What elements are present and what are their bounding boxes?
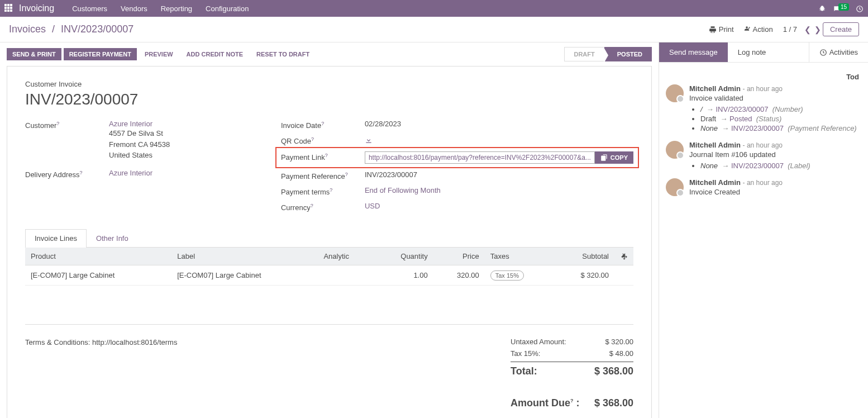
activities-tab[interactable]: Activities [809,42,868,62]
tax-label: Tax 15%: [511,349,540,358]
msg-author[interactable]: Mitchell Admin [689,141,741,149]
table-row[interactable]: [E-COM07] Large Cabinet [E-COM07] Large … [25,265,633,286]
form-sheet: Customer Invoice INV/2023/00007 Customer… [7,66,652,418]
th-label[interactable]: Label [171,248,318,265]
delivery-link[interactable]: Azure Interior [109,169,152,177]
tax-value: $ 48.00 [609,349,633,358]
chat-message: Mitchell Admin - an hour ago Journal Ite… [666,141,861,170]
send-message-tab[interactable]: Send message [659,42,728,62]
customer-link[interactable]: Azure Interior [109,120,152,128]
label-delivery: Delivery Address? [25,169,109,179]
tab-invoice-lines[interactable]: Invoice Lines [25,229,87,248]
due-value: $ 368.00 [594,397,633,409]
untaxed-label: Untaxed Amount: [511,338,566,346]
customer-address: 4557 De Silva St Fremont CA 94538 United… [109,128,259,161]
pager-prev-icon[interactable]: ❮ [804,25,811,34]
total-label: Total: [511,365,537,377]
status-bar: DRAFT POSTED [564,47,652,61]
action-button[interactable]: Action [743,25,773,34]
register-payment-button[interactable]: REGISTER PAYMENT [64,48,137,60]
cell-analytic [318,265,374,286]
avatar[interactable] [666,84,684,102]
invoice-title: INV/2023/00007 [25,91,633,108]
empty-lines-area [25,286,633,325]
pager-counter: 1 / 7 [783,25,797,34]
value-invoice-date: 02/28/2023 [365,120,633,128]
th-quantity[interactable]: Quantity [374,248,433,265]
send-print-button[interactable]: SEND & PRINT [7,48,61,60]
due-label: Amount Due? : [511,397,580,409]
tab-other-info[interactable]: Other Info [87,229,138,247]
bug-icon[interactable] [818,4,826,13]
totals-box: Untaxed Amount:$ 320.00 Tax 15%:$ 48.00 … [511,336,633,411]
nav-configuration[interactable]: Configuration [199,4,255,13]
th-taxes[interactable]: Taxes [485,248,554,265]
untaxed-value: $ 320.00 [605,338,633,346]
print-button[interactable]: Print [709,25,734,34]
download-icon[interactable] [365,135,373,144]
control-bar: Invoices / INV/2023/00007 Print Action 1… [0,17,868,42]
add-credit-note-button[interactable]: ADD CREDIT NOTE [181,48,249,60]
th-analytic[interactable]: Analytic [318,248,374,265]
avatar[interactable] [666,178,684,196]
preview-button[interactable]: PREVIEW [139,48,179,60]
th-product[interactable]: Product [25,248,171,265]
section-label: Customer Invoice [25,80,633,88]
th-price[interactable]: Price [433,248,485,265]
terms-text: Terms & Conditions: http://localhost:801… [25,336,511,411]
cell-taxes: Tax 15% [485,265,554,286]
msg-text: Invoice Created [689,188,861,196]
currency-link[interactable]: USD [365,202,380,210]
button-bar: SEND & PRINT REGISTER PAYMENT PREVIEW AD… [0,42,659,66]
total-value: $ 368.00 [594,365,633,377]
chat-day-label: Tod [666,69,861,84]
pager-next-icon[interactable]: ❯ [814,25,821,34]
breadcrumb: Invoices / INV/2023/00007 [9,23,133,35]
reset-draft-button[interactable]: RESET TO DRAFT [251,48,315,60]
chat-icon[interactable]: 15 [833,4,849,13]
cell-subtotal: $ 320.00 [554,265,614,286]
chatter-panel: Send message Log note Activities Tod Mit… [659,42,868,418]
copy-button[interactable]: COPY [595,151,633,164]
log-note-tab[interactable]: Log note [728,42,776,62]
payment-link-input[interactable]: http://localhost:8016/payment/pay?refere… [365,151,595,164]
breadcrumb-current: INV/2023/00007 [61,23,133,35]
msg-time: - an hour ago [743,85,783,93]
label-payment-link: Payment Link? [281,151,365,162]
status-posted[interactable]: POSTED [604,47,652,61]
nav-reporting[interactable]: Reporting [154,4,199,13]
msg-text: Journal Item #106 updated [689,150,861,159]
chat-badge: 15 [838,3,849,11]
cell-label: [E-COM07] Large Cabinet [171,265,318,286]
th-subtotal[interactable]: Subtotal [554,248,614,265]
nav-customers[interactable]: Customers [65,4,114,13]
form-tabs: Invoice Lines Other Info [25,229,633,248]
breadcrumb-root[interactable]: Invoices [9,23,46,35]
cell-product: [E-COM07] Large Cabinet [25,265,171,286]
app-brand[interactable]: Invoicing [19,3,54,13]
top-nav: Invoicing Customers Vendors Reporting Co… [0,0,868,17]
label-customer: Customer? [25,120,109,130]
clock-icon[interactable] [856,4,864,13]
label-qr-code: QR Code? [281,135,365,145]
chat-message: Mitchell Admin - an hour ago Invoice Cre… [666,178,861,196]
apps-icon[interactable] [4,4,13,13]
payment-terms-link[interactable]: End of Following Month [365,186,441,194]
msg-time: - an hour ago [743,141,783,149]
invoice-lines-table: Product Label Analytic Quantity Price Ta… [25,248,633,286]
cell-price: 320.00 [433,265,485,286]
msg-author[interactable]: Mitchell Admin [689,84,741,93]
nav-vendors[interactable]: Vendors [114,4,154,13]
label-payment-terms: Payment terms? [281,186,365,196]
payment-link-highlight: Payment Link? http://localhost:8016/paym… [275,147,639,168]
value-payment-ref: INV/2023/00007 [365,170,633,179]
label-invoice-date: Invoice Date? [281,120,365,130]
cell-quantity: 1.00 [374,265,433,286]
avatar[interactable] [666,141,684,159]
msg-time: - an hour ago [743,179,783,187]
chat-message: Mitchell Admin - an hour ago Invoice val… [666,84,861,133]
status-draft[interactable]: DRAFT [564,47,604,61]
msg-author[interactable]: Mitchell Admin [689,178,741,187]
create-button[interactable]: Create [823,22,859,36]
th-options-icon[interactable] [614,248,633,265]
